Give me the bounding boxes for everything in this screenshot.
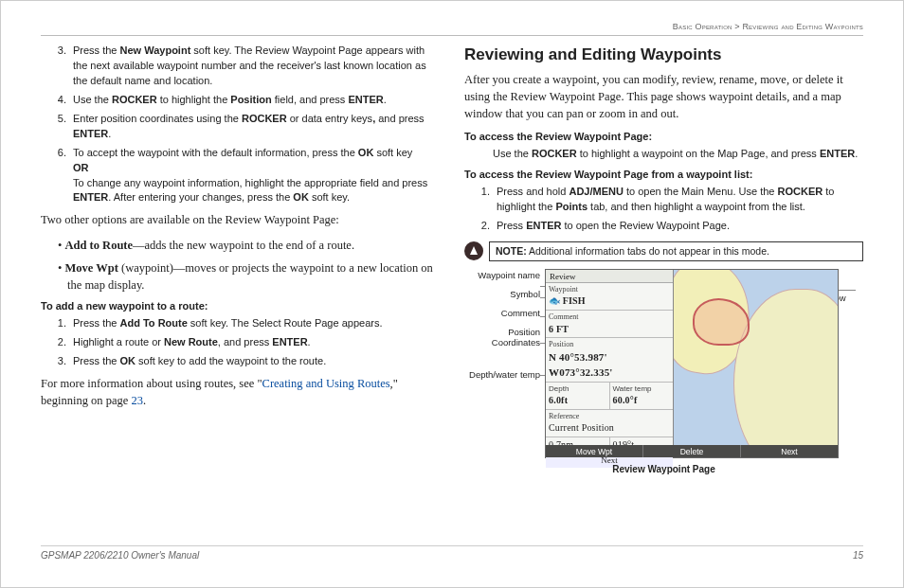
device-screenshot: Review Waypoint 🐟 FISH Comment 6 FT (545, 269, 839, 458)
header-rule (41, 35, 863, 36)
list-step-2: Press ENTER to open the Review Waypoint … (493, 219, 863, 234)
breadcrumb-page: Reviewing and Editing Waypoints (742, 22, 863, 31)
add-to-route-steps: Press the Add To Route soft key. The Sel… (69, 316, 440, 369)
device-left-pane: Review Waypoint 🐟 FISH Comment 6 FT (546, 270, 674, 457)
device-tab-review: Review (546, 270, 673, 283)
link-page-23[interactable]: 23 (131, 394, 143, 407)
field-label-reference: Reference (549, 411, 670, 422)
device-map-window (674, 270, 838, 457)
access-from-list-steps: Press and hold ADJ/MENU to open the Main… (493, 185, 863, 234)
field-value-waypoint: 🐟 FISH (549, 294, 670, 309)
add-step-2: Highlight a route or New Route, and pres… (69, 335, 440, 350)
label-waypoint-name: Waypoint name (464, 271, 540, 281)
link-creating-routes[interactable]: Creating and Using Routes (262, 377, 390, 390)
subhead-access-from-list: To access the Review Waypoint Page from … (464, 168, 863, 183)
field-value-position: N 40°53.987' W073°32.335' (549, 350, 670, 381)
add-step-3: Press the OK soft key to add the waypoin… (69, 354, 440, 369)
label-comment: Comment (464, 309, 540, 319)
breadcrumb: Basic Operation > Reviewing and Editing … (41, 22, 863, 31)
leader-line (839, 290, 856, 291)
page-number: 15 (853, 550, 863, 561)
step-5: Enter position coordinates using the ROC… (69, 112, 440, 142)
field-value-water-temp: 60.0°f (613, 394, 671, 408)
breadcrumb-section: Basic Operation (673, 22, 732, 31)
fish-icon: 🐟 (549, 294, 560, 309)
step-3: Press the New Waypoint soft key. The Rev… (69, 44, 440, 89)
right-column: Reviewing and Editing Waypoints After yo… (464, 44, 863, 542)
subhead-access-review: To access the Review Waypoint Page: (464, 130, 863, 145)
add-step-1: Press the Add To Route soft key. The Sel… (69, 316, 440, 331)
step-6: To accept the waypoint with the default … (69, 146, 440, 206)
field-value-depth: 6.0ft (549, 394, 606, 408)
more-info: For more information about using routes,… (41, 375, 440, 409)
list-step-1: Press and hold ADJ/MENU to open the Main… (493, 185, 863, 215)
field-label-position: Position (549, 339, 670, 350)
field-label-waypoint: Waypoint (549, 284, 670, 295)
option-list: Add to Route—adds the new waypoint to th… (58, 237, 440, 294)
section-heading: Reviewing and Editing Waypoints (464, 44, 863, 67)
figure-labels-left: Waypoint name Symbol Comment Position Co… (464, 271, 540, 390)
label-position: Position Coordinates (464, 328, 540, 348)
field-label-depth: Depth (549, 383, 606, 395)
page-footer: GPSMAP 2206/2210 Owner's Manual 15 (41, 545, 863, 561)
two-options-intro: Two other options are available on the R… (41, 211, 440, 228)
review-waypoint-figure: Waypoint name Symbol Comment Position Co… (464, 269, 863, 482)
step-4: Use the ROCKER to highlight the Position… (69, 93, 440, 108)
section-intro: After you create a waypoint, you can mod… (464, 71, 863, 122)
figure-caption: Review Waypoint Page (464, 463, 863, 477)
create-waypoint-steps: Press the New Waypoint soft key. The Rev… (69, 44, 440, 205)
field-label-comment: Comment (549, 312, 670, 323)
device-softkeys: Move Wpt Delete Next (546, 445, 838, 457)
note-box: NOTE: Additional information tabs do not… (464, 241, 863, 261)
label-symbol: Symbol (464, 290, 540, 300)
note-text: NOTE: Additional information tabs do not… (489, 241, 863, 261)
access-review-text: Use the ROCKER to highlight a waypoint o… (493, 147, 863, 162)
field-value-reference: Current Position (549, 421, 670, 436)
subhead-add-to-route: To add a new waypoint to a route: (41, 299, 440, 314)
softkey-delete: Delete (643, 445, 741, 457)
softkey-move-wpt: Move Wpt (546, 445, 643, 457)
left-column: Press the New Waypoint soft key. The Rev… (41, 44, 440, 542)
field-label-water-temp: Water temp (613, 383, 671, 395)
note-icon (464, 241, 483, 260)
manual-title: GPSMAP 2206/2210 Owner's Manual (41, 550, 199, 561)
field-value-comment: 6 FT (549, 323, 670, 337)
label-depth-temp: Depth/water temp (464, 370, 540, 381)
option-add-to-route: Add to Route—adds the new waypoint to th… (58, 237, 440, 254)
softkey-next: Next (741, 445, 838, 457)
option-move-wpt: Move Wpt (waypoint)—moves or projects th… (58, 259, 440, 294)
